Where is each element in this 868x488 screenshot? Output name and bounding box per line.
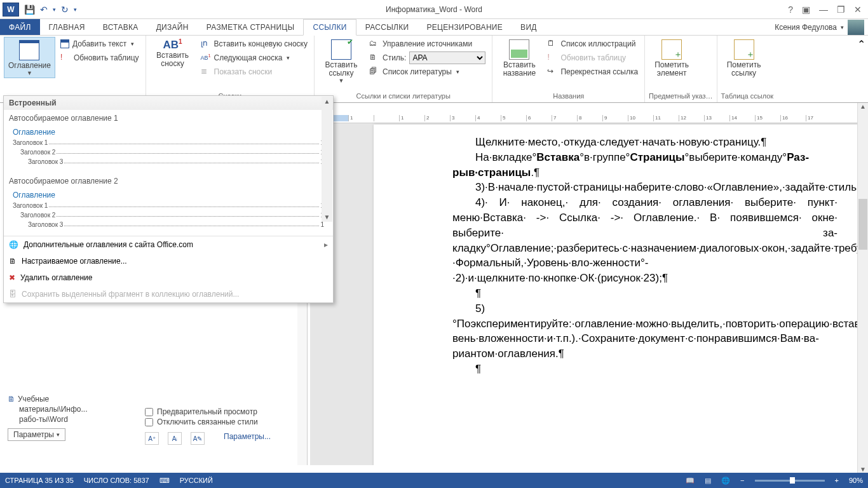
tab-file[interactable]: ФАЙЛ [0, 19, 40, 35]
next-footnote-button[interactable]: AB1Следующая сноска▾ [198, 51, 310, 65]
print-layout-icon[interactable]: ▤ [705, 477, 711, 485]
save-icon[interactable]: 💾 [24, 4, 35, 15]
endnote-icon: լո [201, 39, 211, 49]
tab-review[interactable]: РЕЦЕНЗИРОВАНИЕ [417, 19, 512, 35]
tab-insert[interactable]: ВСТАВКА [94, 19, 147, 35]
qat-more-icon[interactable]: ▾ [53, 6, 56, 13]
zoom-level[interactable]: 90% [849, 477, 863, 484]
insert-citation-button[interactable]: ✔ Вставить ссылку ▼ [318, 37, 364, 85]
group-footnotes: AB1 Вставить сноску լոВставить концевую … [146, 36, 315, 102]
styles-options-link[interactable]: Параметры... [224, 432, 271, 445]
chevron-right-icon: ▸ [324, 240, 328, 249]
custom-toc-icon: 🗎 [9, 257, 17, 266]
body-text[interactable]: Щелкните·место,·откуда·следует·начать·но… [452, 135, 837, 150]
web-layout-icon[interactable]: 🌐 [721, 477, 730, 485]
tab-view[interactable]: ВИД [512, 19, 546, 35]
qat-customize-icon[interactable]: ▾ [74, 6, 77, 13]
update-icon: ! [547, 53, 557, 63]
group-index: ＋ Пометить элемент Предметный указ… [645, 36, 717, 102]
group-citations-label: Ссылки и списки литературы [318, 92, 488, 102]
body-text[interactable]: ¶ [452, 286, 837, 301]
style-dropdown[interactable]: APA [409, 51, 485, 64]
mark-citation-icon: ＋ [734, 39, 754, 60]
footnote-icon: AB1 [163, 38, 182, 51]
table-of-figures-button[interactable]: 🗒Список иллюстраций [545, 37, 641, 51]
mark-entry-button[interactable]: ＋ Пометить элемент [649, 37, 695, 79]
body-text[interactable]: ¶ [452, 362, 837, 377]
tab-mailings[interactable]: РАССЫЛКИ [356, 19, 418, 35]
chevron-down-icon: ▼ [27, 70, 32, 76]
scroll-up-icon[interactable]: ▲ [324, 97, 330, 106]
disable-linked-checkbox[interactable]: Отключить связанные стили [145, 417, 271, 427]
citation-style-select[interactable]: 🗎Стиль: APA [367, 51, 488, 65]
mark-citation-button[interactable]: ＋ Пометить ссылку [721, 37, 767, 79]
scrollbar-thumb[interactable] [858, 199, 867, 250]
quick-access-toolbar: 💾 ↶ ▾ ↻ ▾ [24, 4, 77, 15]
manage-sources-button[interactable]: 🗂Управление источниками [367, 37, 488, 51]
body-text[interactable]: 4)· И· наконец,· для· создания· оглавлен… [452, 195, 837, 286]
zoom-out-button[interactable]: − [740, 477, 744, 484]
update-toc-button[interactable]: !Обновить таблицу [58, 51, 142, 65]
page-count[interactable]: СТРАНИЦА 35 ИЗ 35 [5, 477, 74, 484]
vertical-scrollbar[interactable]: ▲ ▼ [857, 103, 868, 473]
word-count[interactable]: ЧИСЛО СЛОВ: 5837 [84, 477, 149, 484]
document-area[interactable]: 2 11234567891011121314151617 Щелкните·ме… [310, 113, 860, 465]
tab-layout[interactable]: РАЗМЕТКА СТРАНИЦЫ [198, 19, 304, 35]
body-text[interactable]: 3)·В·начале·пустой·страницы·наберите·сло… [452, 180, 837, 195]
cross-reference-button[interactable]: ↪Перекрестная ссылка [545, 65, 641, 79]
toc-button[interactable]: Оглавление ▼ [4, 37, 55, 78]
help-icon[interactable]: ? [788, 4, 793, 15]
tab-home[interactable]: ГЛАВНАЯ [40, 19, 94, 35]
body-text[interactable]: 5)°Поэкспериментируйте:·оглавление·можно… [452, 301, 837, 362]
minimize-icon[interactable]: — [819, 4, 828, 15]
tab-design[interactable]: ДИЗАЙН [147, 19, 198, 35]
body-text[interactable]: На·вкладке°Вставка°в·группе°Страницы°выб… [452, 150, 837, 165]
remove-toc-button[interactable]: ✖Удалить оглавление [4, 269, 333, 286]
language-status[interactable]: РУССКИЙ [180, 477, 213, 484]
read-mode-icon[interactable]: 📖 [686, 477, 695, 485]
custom-toc-button[interactable]: 🗎Настраиваемое оглавление... [4, 253, 333, 269]
manage-styles-icon[interactable]: A✎ [191, 432, 205, 445]
update-figures-button: !Обновить таблицу [545, 51, 641, 65]
save-selection-toc-button: 🗄Сохранить выделенный фрагмент в коллекц… [4, 286, 333, 302]
insert-footnote-button[interactable]: AB1 Вставить сноску [150, 37, 196, 69]
group-citations: ✔ Вставить ссылку ▼ 🗂Управление источник… [315, 36, 492, 102]
add-text-button[interactable]: Добавить текст▾ [58, 37, 142, 51]
user-avatar[interactable] [848, 20, 864, 35]
undo-icon[interactable]: ↶ [40, 4, 48, 15]
account-area[interactable]: Ксения Федулова ▾ [775, 19, 868, 35]
toc-builtin-header: Встроенный [4, 96, 333, 110]
scroll-down-icon[interactable]: ▼ [860, 466, 866, 473]
gallery-scrollbar[interactable]: ▲▼ [322, 97, 332, 222]
zoom-in-button[interactable]: + [835, 477, 839, 484]
redo-icon[interactable]: ↻ [61, 4, 69, 15]
body-text[interactable]: рыв·страницы.¶ [452, 165, 837, 180]
titlebar: W 💾 ↶ ▾ ↻ ▾ Информатика_Word - Word ? ▣ … [0, 0, 868, 19]
scroll-up-icon[interactable]: ▲ [860, 103, 866, 110]
new-style-icon[interactable]: A⁺ [145, 432, 159, 445]
toc-option-auto2[interactable]: Автособираемое оглавление 2 Оглавление З… [4, 173, 333, 236]
mark-entry-icon: ＋ [661, 39, 682, 60]
citation-icon: ✔ [331, 39, 351, 60]
sources-icon: 🗂 [369, 39, 379, 49]
toc-option-auto1[interactable]: Автособираемое оглавление 1 Оглавление З… [4, 110, 333, 173]
more-toc-office-button[interactable]: 🌐Дополнительные оглавления с сайта Offic… [4, 236, 333, 253]
page[interactable]: Щелкните·место,·откуда·следует·начать·но… [374, 125, 860, 465]
ribbon-display-icon[interactable]: ▣ [802, 4, 810, 15]
tab-references[interactable]: ССЫЛКИ [303, 19, 356, 36]
user-name: Ксения Федулова [775, 23, 837, 32]
ribbon-tabs: ФАЙЛ ГЛАВНАЯ ВСТАВКА ДИЗАЙН РАЗМЕТКА СТР… [0, 19, 868, 36]
language-icon[interactable]: ⌨ [159, 477, 170, 485]
style-inspector-icon[interactable]: Aᵢ [168, 432, 182, 445]
group-index-label: Предметный указ… [649, 92, 712, 102]
parameters-button[interactable]: Параметры▾ [8, 428, 65, 441]
scroll-down-icon[interactable]: ▼ [324, 212, 330, 222]
zoom-slider[interactable] [755, 480, 825, 482]
preview-checkbox[interactable]: Предварительный просмотр [145, 407, 271, 417]
insert-caption-button[interactable]: Вставить название [496, 37, 542, 79]
insert-endnote-button[interactable]: լոВставить концевую сноску [198, 37, 310, 51]
bibliography-button[interactable]: 🗐Список литературы▾ [367, 65, 488, 79]
close-icon[interactable]: ✕ [854, 4, 862, 15]
maximize-icon[interactable]: ❐ [837, 4, 845, 15]
collapse-ribbon-icon[interactable]: ⌃ [857, 36, 868, 102]
